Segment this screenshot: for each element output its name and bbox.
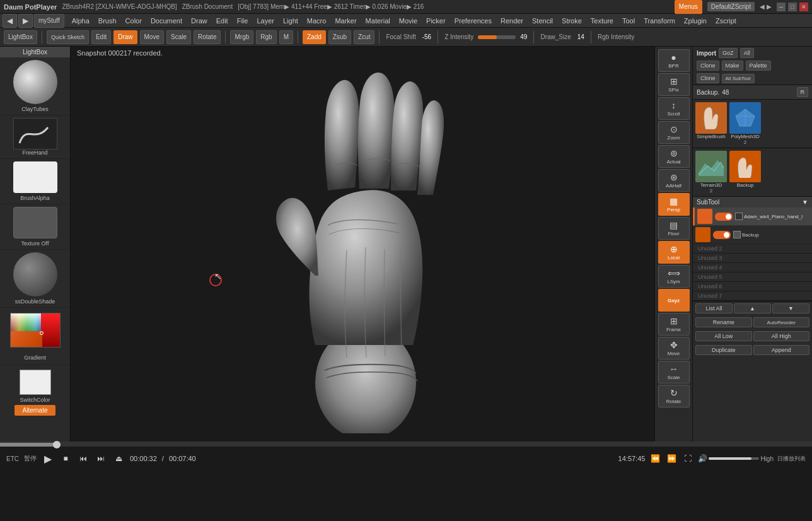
canvas-area[interactable]: Snapshot 000217 recorded.	[71, 47, 654, 442]
brush-item-brushalpha[interactable]: BrushAlpha	[0, 159, 70, 204]
gxyz-button[interactable]: Gxyz	[658, 289, 690, 312]
r-button[interactable]: R	[797, 87, 809, 97]
bpr-button[interactable]: ● BPR	[658, 49, 690, 72]
unused-item-6[interactable]: Unused 6	[693, 282, 812, 291]
menu-item-light[interactable]: Light	[279, 16, 302, 26]
tool-hand[interactable]: SimpleBrush	[695, 102, 727, 145]
scale-button[interactable]: Scale	[166, 30, 191, 44]
spix-button[interactable]: ⊞ SPix	[658, 73, 690, 96]
unused-item-7[interactable]: Unused 7	[693, 291, 812, 301]
palette-button[interactable]: Palette	[746, 61, 771, 71]
unused-item-2[interactable]: Unused 2	[693, 244, 812, 254]
menu-item-brush[interactable]: Brush	[95, 16, 120, 26]
move-button-rt[interactable]: ✥ Move	[658, 337, 690, 360]
lightbox-button[interactable]: LightBox	[4, 30, 37, 44]
subtool-item-active[interactable]: Adam_wk4_Piano_hand_l	[693, 208, 812, 226]
scale-button-rt[interactable]: ↔ Scale	[658, 361, 690, 383]
floor-button[interactable]: ▤ Floor	[658, 217, 690, 240]
minimize-button[interactable]: ─	[777, 3, 786, 11]
progress-bar-container[interactable]	[0, 443, 812, 447]
brush-item-doubleshade[interactable]: ssDoubleShade	[0, 250, 70, 308]
menu-item-render[interactable]: Render	[497, 16, 527, 26]
tool-terrain[interactable]: Terrain3D 2	[695, 151, 727, 194]
subtool-header[interactable]: SubTool ▼	[693, 197, 812, 208]
zcut-button[interactable]: Zcut	[354, 30, 374, 44]
unused-item-4[interactable]: Unused 4	[693, 263, 812, 272]
edit-button[interactable]: Edit	[91, 30, 111, 44]
color-picker[interactable]	[10, 313, 61, 351]
switch-color-swatch[interactable]	[20, 370, 51, 395]
duplicate-button[interactable]: Duplicate	[695, 345, 752, 355]
all-button[interactable]: All	[740, 48, 754, 58]
prev-track-button[interactable]: ⏪	[649, 452, 661, 465]
subtool-eye[interactable]	[735, 213, 743, 220]
back-button[interactable]: ◀	[3, 14, 17, 28]
next-button[interactable]: ⏭	[95, 452, 107, 465]
lightbox-header[interactable]: LightBox	[0, 47, 70, 57]
auto-reorder-button[interactable]: AutoReorder	[753, 317, 810, 327]
zoom-button[interactable]: ⊙ Zoom	[658, 121, 690, 144]
menu-item-draw[interactable]: Draw	[187, 16, 211, 26]
menu-item-macro[interactable]: Macro	[303, 16, 330, 26]
unused-item-3[interactable]: Unused 3	[693, 254, 812, 263]
clone2-button[interactable]: Clone	[697, 73, 719, 83]
all-subtool-button[interactable]: All SubTool	[722, 74, 755, 83]
menu-item-edit[interactable]: Edit	[212, 16, 232, 26]
play-button[interactable]: ▶	[42, 452, 54, 465]
mrgb-button[interactable]: Mrgb	[230, 30, 253, 44]
brush-item-texture[interactable]: Texture Off	[0, 204, 70, 250]
menu-item-preferences[interactable]: Preferences	[451, 16, 496, 26]
menu-item-texture[interactable]: Texture	[587, 16, 617, 26]
menu-item-alpha[interactable]: Alpha	[68, 16, 93, 26]
volume-slider[interactable]	[709, 457, 759, 460]
frame-button[interactable]: ⊞ Frame	[658, 313, 690, 336]
make-button[interactable]: Make	[722, 61, 743, 71]
maximize-button[interactable]: □	[788, 3, 797, 11]
lsym-button[interactable]: ⟺ LSym	[658, 265, 690, 288]
menu-item-zplugin[interactable]: Zplugin	[680, 16, 710, 26]
close-button[interactable]: ✕	[799, 3, 808, 11]
menu-item-file[interactable]: File	[233, 16, 252, 26]
z-intensity-slider[interactable]	[478, 35, 516, 39]
menu-item-color[interactable]: Color	[122, 16, 146, 26]
open-button[interactable]: ⏏	[112, 452, 125, 465]
menu-item-picker[interactable]: Picker	[422, 16, 450, 26]
aahalf-button[interactable]: ⊛ AAHalf	[658, 169, 690, 192]
menu-item-layer[interactable]: Layer	[253, 16, 278, 26]
window-controls[interactable]: ─ □ ✕	[777, 3, 808, 11]
subtool-toggle-1[interactable]	[715, 213, 733, 221]
menu-item-material[interactable]: Material	[362, 16, 394, 26]
progress-knob[interactable]	[53, 441, 61, 448]
scroll-button[interactable]: ↕ Scroll	[658, 97, 690, 120]
menu-item-movie[interactable]: Movie	[395, 16, 421, 26]
brush-item-freehand[interactable]: FreeHand	[0, 115, 70, 159]
list-all-button[interactable]: List All	[695, 303, 733, 313]
tool-backup[interactable]: Backup	[729, 151, 761, 194]
menu-item-stencil[interactable]: Stencil	[528, 16, 557, 26]
clone-button[interactable]: Clone	[697, 61, 719, 71]
zsub-button[interactable]: Zsub	[328, 30, 351, 44]
subtool-item-backup[interactable]: Backup	[693, 226, 812, 244]
next-track-button[interactable]: ⏩	[665, 452, 678, 465]
rotate-button[interactable]: Rotate	[194, 30, 221, 44]
zadd-button[interactable]: Zadd	[303, 30, 326, 44]
quick-sketch-button[interactable]: Quick Sketch	[47, 30, 89, 44]
stop-button[interactable]: ■	[59, 452, 72, 465]
rotate-button-rt[interactable]: ↻ Rotate	[658, 385, 690, 407]
move-up-button[interactable]: ▲	[734, 303, 771, 313]
local-button[interactable]: ⊕ Local	[658, 241, 690, 264]
tool-polymesh[interactable]: PolyMesh3D 2	[729, 102, 761, 145]
goz-button[interactable]: GoZ	[719, 48, 738, 58]
menu-item-zscript[interactable]: Zscript	[712, 16, 740, 26]
move-down-button[interactable]: ▼	[772, 303, 809, 313]
menu-item-tool[interactable]: Tool	[618, 16, 639, 26]
move-button[interactable]: Move	[140, 30, 164, 44]
all-low-button[interactable]: All Low	[695, 331, 752, 341]
forward-button[interactable]: ▶	[18, 14, 33, 28]
menu-item-marker[interactable]: Marker	[331, 16, 360, 26]
m-button[interactable]: M	[279, 30, 293, 44]
alternate-button[interactable]: Alternate	[14, 405, 55, 416]
draw-button[interactable]: Draw	[113, 30, 137, 44]
menu-item-document[interactable]: Document	[147, 16, 186, 26]
prev-button[interactable]: ⏮	[77, 452, 90, 465]
